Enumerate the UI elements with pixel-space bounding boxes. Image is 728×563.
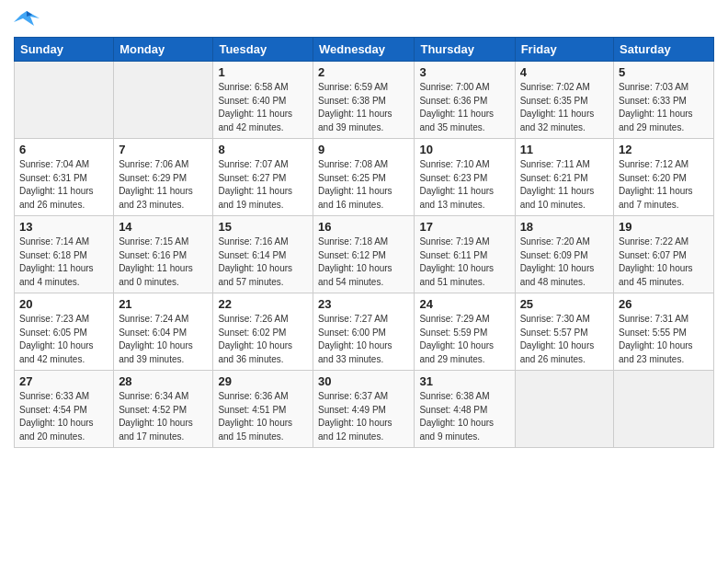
day-number: 16 xyxy=(318,220,409,234)
day-cell: 13Sunrise: 7:14 AM Sunset: 6:18 PM Dayli… xyxy=(15,216,114,293)
day-number: 6 xyxy=(19,143,108,156)
header xyxy=(14,9,714,29)
day-number: 24 xyxy=(419,297,509,311)
weekday-header-monday: Monday xyxy=(114,38,213,62)
day-cell: 7Sunrise: 7:06 AM Sunset: 6:29 PM Daylig… xyxy=(114,139,213,216)
day-cell: 30Sunrise: 6:37 AM Sunset: 4:49 PM Dayli… xyxy=(313,371,415,448)
week-row-5: 27Sunrise: 6:33 AM Sunset: 4:54 PM Dayli… xyxy=(15,371,714,448)
day-cell: 20Sunrise: 7:23 AM Sunset: 6:05 PM Dayli… xyxy=(15,293,114,371)
day-info: Sunrise: 7:29 AM Sunset: 5:59 PM Dayligh… xyxy=(419,313,509,366)
day-info: Sunrise: 7:16 AM Sunset: 6:14 PM Dayligh… xyxy=(218,236,308,289)
day-info: Sunrise: 6:34 AM Sunset: 4:52 PM Dayligh… xyxy=(119,390,208,443)
day-number: 20 xyxy=(19,297,108,311)
day-number: 7 xyxy=(119,143,208,156)
day-info: Sunrise: 7:11 AM Sunset: 6:21 PM Dayligh… xyxy=(520,158,609,212)
weekday-header-sunday: Sunday xyxy=(15,38,114,62)
day-number: 22 xyxy=(218,297,308,311)
day-number: 1 xyxy=(218,65,308,79)
day-cell: 25Sunrise: 7:30 AM Sunset: 5:57 PM Dayli… xyxy=(515,293,613,371)
week-row-4: 20Sunrise: 7:23 AM Sunset: 6:05 PM Dayli… xyxy=(15,293,714,371)
day-cell: 4Sunrise: 7:02 AM Sunset: 6:35 PM Daylig… xyxy=(515,62,613,139)
day-number: 11 xyxy=(520,143,609,156)
day-cell: 19Sunrise: 7:22 AM Sunset: 6:07 PM Dayli… xyxy=(614,216,714,293)
week-row-3: 13Sunrise: 7:14 AM Sunset: 6:18 PM Dayli… xyxy=(15,216,714,293)
day-cell: 24Sunrise: 7:29 AM Sunset: 5:59 PM Dayli… xyxy=(415,293,515,371)
day-cell: 22Sunrise: 7:26 AM Sunset: 6:02 PM Dayli… xyxy=(213,293,313,371)
day-cell xyxy=(614,371,714,448)
day-number: 9 xyxy=(318,143,409,156)
day-number: 18 xyxy=(520,220,609,234)
weekday-header-saturday: Saturday xyxy=(614,38,714,62)
day-info: Sunrise: 7:15 AM Sunset: 6:16 PM Dayligh… xyxy=(119,236,208,289)
page: SundayMondayTuesdayWednesdayThursdayFrid… xyxy=(0,0,728,563)
day-number: 21 xyxy=(119,297,208,311)
day-info: Sunrise: 6:36 AM Sunset: 4:51 PM Dayligh… xyxy=(218,390,308,443)
day-info: Sunrise: 7:07 AM Sunset: 6:27 PM Dayligh… xyxy=(218,158,308,212)
day-cell: 29Sunrise: 6:36 AM Sunset: 4:51 PM Dayli… xyxy=(213,371,313,448)
day-info: Sunrise: 7:19 AM Sunset: 6:11 PM Dayligh… xyxy=(419,236,509,289)
day-info: Sunrise: 7:03 AM Sunset: 6:33 PM Dayligh… xyxy=(619,81,709,134)
day-cell: 31Sunrise: 6:38 AM Sunset: 4:48 PM Dayli… xyxy=(415,371,515,448)
calendar-table: SundayMondayTuesdayWednesdayThursdayFrid… xyxy=(14,37,714,448)
day-info: Sunrise: 6:37 AM Sunset: 4:49 PM Dayligh… xyxy=(318,390,409,443)
day-cell: 23Sunrise: 7:27 AM Sunset: 6:00 PM Dayli… xyxy=(313,293,415,371)
day-info: Sunrise: 7:22 AM Sunset: 6:07 PM Dayligh… xyxy=(619,236,709,289)
day-cell xyxy=(15,62,114,139)
week-row-1: 1Sunrise: 6:58 AM Sunset: 6:40 PM Daylig… xyxy=(15,62,714,139)
day-cell: 11Sunrise: 7:11 AM Sunset: 6:21 PM Dayli… xyxy=(515,139,613,216)
weekday-header-friday: Friday xyxy=(515,38,613,62)
day-info: Sunrise: 6:58 AM Sunset: 6:40 PM Dayligh… xyxy=(218,81,308,134)
day-number: 23 xyxy=(318,297,409,311)
day-number: 26 xyxy=(619,297,709,311)
day-number: 15 xyxy=(218,220,308,234)
day-cell: 10Sunrise: 7:10 AM Sunset: 6:23 PM Dayli… xyxy=(415,139,515,216)
day-number: 29 xyxy=(218,374,308,388)
day-number: 5 xyxy=(619,65,709,79)
day-info: Sunrise: 7:08 AM Sunset: 6:25 PM Dayligh… xyxy=(318,158,409,212)
day-number: 2 xyxy=(318,65,409,79)
day-info: Sunrise: 7:30 AM Sunset: 5:57 PM Dayligh… xyxy=(520,313,609,366)
day-info: Sunrise: 7:18 AM Sunset: 6:12 PM Dayligh… xyxy=(318,236,409,289)
day-number: 17 xyxy=(419,220,509,234)
day-cell: 28Sunrise: 6:34 AM Sunset: 4:52 PM Dayli… xyxy=(114,371,213,448)
day-cell: 1Sunrise: 6:58 AM Sunset: 6:40 PM Daylig… xyxy=(213,62,313,139)
day-cell: 12Sunrise: 7:12 AM Sunset: 6:20 PM Dayli… xyxy=(614,139,714,216)
day-cell: 15Sunrise: 7:16 AM Sunset: 6:14 PM Dayli… xyxy=(213,216,313,293)
day-number: 30 xyxy=(318,374,409,388)
day-number: 14 xyxy=(119,220,208,234)
day-info: Sunrise: 7:02 AM Sunset: 6:35 PM Dayligh… xyxy=(520,81,609,134)
day-info: Sunrise: 7:24 AM Sunset: 6:04 PM Dayligh… xyxy=(119,313,208,366)
day-info: Sunrise: 6:33 AM Sunset: 4:54 PM Dayligh… xyxy=(19,390,108,443)
day-info: Sunrise: 6:38 AM Sunset: 4:48 PM Dayligh… xyxy=(419,390,509,443)
day-cell: 6Sunrise: 7:04 AM Sunset: 6:31 PM Daylig… xyxy=(15,139,114,216)
day-cell: 21Sunrise: 7:24 AM Sunset: 6:04 PM Dayli… xyxy=(114,293,213,371)
day-cell: 5Sunrise: 7:03 AM Sunset: 6:33 PM Daylig… xyxy=(614,62,714,139)
day-info: Sunrise: 7:04 AM Sunset: 6:31 PM Dayligh… xyxy=(19,158,108,212)
day-number: 19 xyxy=(619,220,709,234)
day-cell xyxy=(114,62,213,139)
day-number: 4 xyxy=(520,65,609,79)
day-cell: 18Sunrise: 7:20 AM Sunset: 6:09 PM Dayli… xyxy=(515,216,613,293)
day-number: 28 xyxy=(119,374,208,388)
day-number: 8 xyxy=(218,143,308,156)
week-row-2: 6Sunrise: 7:04 AM Sunset: 6:31 PM Daylig… xyxy=(15,139,714,216)
day-info: Sunrise: 7:20 AM Sunset: 6:09 PM Dayligh… xyxy=(520,236,609,289)
day-number: 25 xyxy=(520,297,609,311)
day-number: 27 xyxy=(19,374,108,388)
day-info: Sunrise: 7:10 AM Sunset: 6:23 PM Dayligh… xyxy=(419,158,509,212)
day-cell: 2Sunrise: 6:59 AM Sunset: 6:38 PM Daylig… xyxy=(313,62,415,139)
day-cell: 27Sunrise: 6:33 AM Sunset: 4:54 PM Dayli… xyxy=(15,371,114,448)
day-cell: 8Sunrise: 7:07 AM Sunset: 6:27 PM Daylig… xyxy=(213,139,313,216)
day-cell: 16Sunrise: 7:18 AM Sunset: 6:12 PM Dayli… xyxy=(313,216,415,293)
logo xyxy=(14,9,43,29)
day-info: Sunrise: 7:23 AM Sunset: 6:05 PM Dayligh… xyxy=(19,313,108,366)
weekday-header-thursday: Thursday xyxy=(415,38,515,62)
day-cell: 3Sunrise: 7:00 AM Sunset: 6:36 PM Daylig… xyxy=(415,62,515,139)
day-cell: 17Sunrise: 7:19 AM Sunset: 6:11 PM Dayli… xyxy=(415,216,515,293)
weekday-header-row: SundayMondayTuesdayWednesdayThursdayFrid… xyxy=(15,38,714,62)
day-info: Sunrise: 7:27 AM Sunset: 6:00 PM Dayligh… xyxy=(318,313,409,366)
day-info: Sunrise: 7:31 AM Sunset: 5:55 PM Dayligh… xyxy=(619,313,709,366)
day-info: Sunrise: 7:12 AM Sunset: 6:20 PM Dayligh… xyxy=(619,158,709,212)
day-cell: 14Sunrise: 7:15 AM Sunset: 6:16 PM Dayli… xyxy=(114,216,213,293)
day-number: 3 xyxy=(419,65,509,79)
